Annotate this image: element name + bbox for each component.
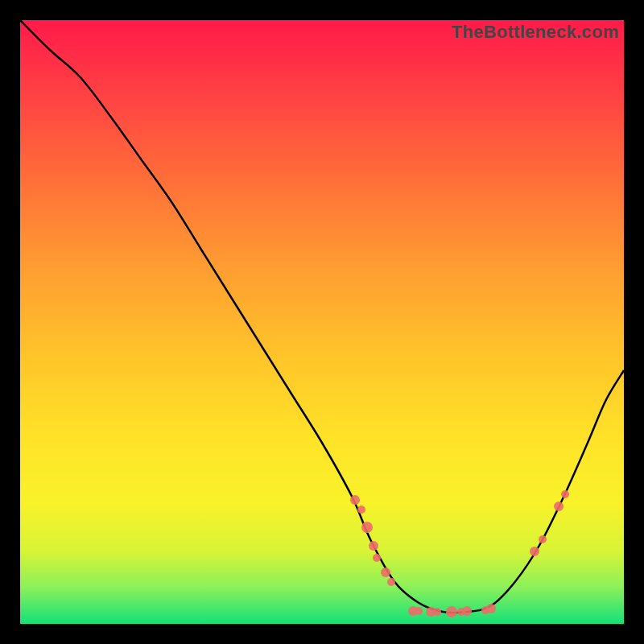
chart-frame: TheBottleneck.com xyxy=(20,20,624,624)
data-marker xyxy=(554,502,564,511)
data-marker xyxy=(381,568,390,577)
data-marker xyxy=(350,495,360,505)
data-marker xyxy=(530,547,539,556)
data-marker xyxy=(373,554,381,562)
watermark-text: TheBottleneck.com xyxy=(452,22,619,43)
plot-area xyxy=(20,20,624,624)
data-marker xyxy=(357,506,365,514)
data-marker xyxy=(561,490,569,498)
gradient-bg xyxy=(20,20,624,624)
data-marker xyxy=(462,606,472,616)
data-marker xyxy=(369,541,378,551)
data-marker xyxy=(415,607,423,615)
data-marker xyxy=(486,604,496,613)
data-marker xyxy=(387,578,395,586)
data-marker xyxy=(446,606,457,617)
data-marker xyxy=(539,535,547,543)
data-marker xyxy=(361,522,373,533)
data-marker xyxy=(433,608,441,616)
plot-svg xyxy=(20,20,624,624)
